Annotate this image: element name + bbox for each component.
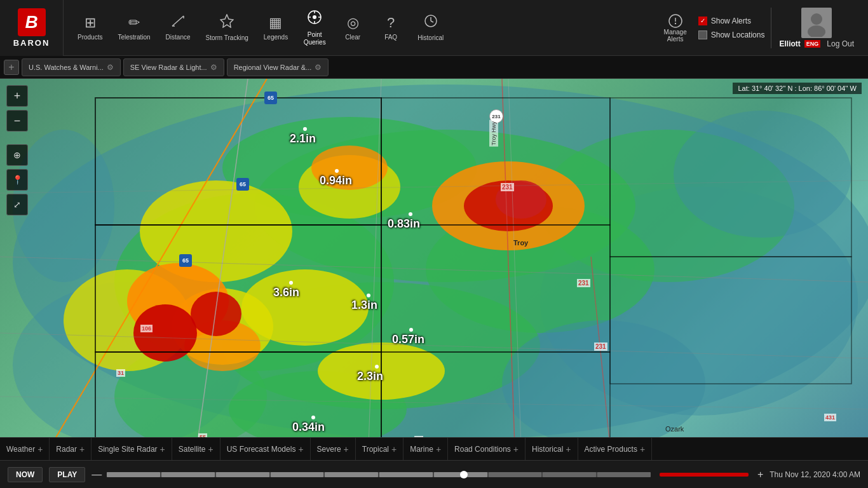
precip-label-2: 0.94in [320, 174, 352, 187]
highway-shield-231-3: 231 [577, 279, 590, 287]
zoom-out-button[interactable]: − [6, 110, 28, 132]
show-locations-checkbox[interactable] [698, 30, 707, 39]
nav-distance[interactable]: Distance [158, 15, 198, 41]
nav-point-queries[interactable]: PointQueries [295, 10, 334, 46]
tab-se-view[interactable]: SE View Radar & Light... ⚙ [123, 58, 224, 76]
highway-shield-431: 431 [824, 414, 836, 421]
nav-items: ⊞ Products ✏ Telestration Distance Storm… [64, 10, 653, 46]
svg-line-52 [502, 79, 515, 446]
precip-label-6: 0.57in [392, 333, 424, 346]
highway-shield-65-2: 65 [236, 178, 249, 191]
add-tab-button[interactable]: + [4, 60, 19, 75]
svg-line-12 [431, 21, 433, 22]
tab-settings-icon-2[interactable]: ⚙ [210, 63, 217, 72]
zoom-in-button[interactable]: + [6, 85, 28, 107]
btab-tropical[interactable]: Tropical + [356, 438, 403, 461]
map-canvas[interactable]: 2.1in 0.94in 0.83in 3.6in 1.3in 0.57in 2… [0, 79, 868, 446]
svg-rect-61 [381, 352, 610, 441]
nav-storm-tracking[interactable]: Storm Tracking [198, 14, 256, 42]
btab-satellite[interactable]: Satellite + [172, 438, 220, 461]
svg-point-32 [172, 288, 273, 365]
tl-seg-1 [107, 472, 160, 477]
svg-point-33 [64, 269, 191, 371]
btab-historical[interactable]: Historical + [526, 438, 578, 461]
map-area[interactable]: 2.1in 0.94in 0.83in 3.6in 1.3in 0.57in 2… [0, 79, 868, 446]
telestration-icon: ✏ [128, 15, 140, 31]
nav-legends[interactable]: ▦ Legends [256, 15, 295, 41]
svg-line-50 [369, 79, 381, 446]
btab-forecast-add[interactable]: + [298, 444, 303, 454]
city-label-ozark: Ozark [665, 425, 684, 433]
btab-weather[interactable]: Weather + [0, 438, 50, 461]
zoom-in-alt-button[interactable]: ⊕ [6, 144, 28, 166]
btab-active-products[interactable]: Active Products + [578, 438, 653, 461]
btab-road-conditions[interactable]: Road Conditions + [448, 438, 526, 461]
tab-us-watches[interactable]: U.S. Watches & Warni... ⚙ [22, 58, 121, 76]
logout-button[interactable]: Log Out [827, 39, 854, 48]
timeline-minus[interactable]: — [92, 469, 102, 480]
show-alerts-checkbox[interactable]: ✓ [698, 17, 707, 25]
tab-regional-view[interactable]: Regional View Radar &... ⚙ [227, 58, 329, 76]
precip-dot-3 [409, 212, 412, 216]
btab-single-add[interactable]: + [160, 444, 165, 454]
timeline-segments [107, 472, 651, 477]
btab-weather-add[interactable]: + [37, 444, 43, 454]
precip-label-1: 2.1in [290, 132, 316, 146]
play-button[interactable]: PLAY [49, 467, 85, 482]
btab-satellite-add[interactable]: + [208, 444, 213, 454]
nav-clear[interactable]: ◎ Clear [334, 15, 372, 41]
now-button[interactable]: NOW [8, 467, 43, 482]
precip-label-3: 0.83in [388, 217, 420, 231]
svg-point-17 [808, 25, 825, 37]
show-alerts-toggle[interactable]: ✓ Show Alerts [698, 15, 765, 27]
precip-label-4: 3.6in [273, 286, 299, 299]
products-icon: ⊞ [85, 15, 96, 31]
baron-logo[interactable]: B [18, 8, 46, 36]
lang-badge: ENG [804, 40, 821, 48]
show-locations-toggle[interactable]: Show Locations [698, 29, 765, 41]
expand-button[interactable]: ⤢ [6, 194, 28, 215]
svg-point-5 [313, 15, 316, 19]
svg-line-53 [591, 257, 610, 446]
precip-dot-5 [367, 294, 370, 297]
nav-products[interactable]: ⊞ Products [70, 15, 110, 41]
legends-icon: ▦ [269, 15, 282, 31]
user-area[interactable]: Elliott ENG Log Out [771, 8, 862, 48]
btab-severe-add[interactable]: + [344, 444, 349, 454]
btab-historical-add[interactable]: + [566, 444, 571, 454]
svg-line-48 [0, 257, 868, 282]
btab-radar-add[interactable]: + [79, 444, 85, 454]
tab-settings-icon[interactable]: ⚙ [107, 63, 114, 72]
btab-road-add[interactable]: + [513, 444, 519, 454]
btab-single-site[interactable]: Single Site Radar + [92, 438, 172, 461]
timeline-plus[interactable]: + [757, 469, 763, 480]
highway-shield-231-2: 231 [501, 183, 514, 191]
timeline-track[interactable] [107, 472, 651, 477]
svg-point-26 [229, 371, 407, 446]
tab-settings-icon-3[interactable]: ⚙ [315, 63, 322, 72]
svg-point-43 [502, 320, 705, 446]
logo-area: B BARON [0, 0, 64, 56]
nav-historical[interactable]: Historical [410, 14, 451, 42]
svg-point-21 [222, 117, 477, 219]
precip-dot-7 [375, 365, 379, 369]
svg-line-49 [0, 333, 868, 358]
btab-us-forecast[interactable]: US Forecast Models + [220, 438, 311, 461]
btab-marine-add[interactable]: + [436, 444, 441, 454]
btab-active-add[interactable]: + [640, 444, 645, 454]
tl-seg-9 [543, 472, 596, 477]
nav-faq[interactable]: ? FAQ [372, 15, 410, 41]
highway-shield-231-4: 231 [594, 342, 607, 351]
svg-point-27 [114, 346, 267, 446]
btab-severe[interactable]: Severe + [311, 438, 356, 461]
nav-telestration[interactable]: ✏ Telestration [110, 15, 158, 41]
road-label-troy-hwy: Troy Hwy [489, 120, 498, 147]
svg-point-41 [464, 180, 553, 231]
btab-marine[interactable]: Marine + [403, 438, 448, 461]
btab-tropical-add[interactable]: + [391, 444, 397, 454]
svg-point-36 [432, 161, 585, 250]
location-pin-button[interactable]: 📍 [6, 169, 28, 191]
timeline-position-dot[interactable] [460, 471, 468, 478]
manage-alerts-btn[interactable]: ManageAlerts [659, 13, 692, 43]
btab-radar[interactable]: Radar + [50, 438, 92, 461]
